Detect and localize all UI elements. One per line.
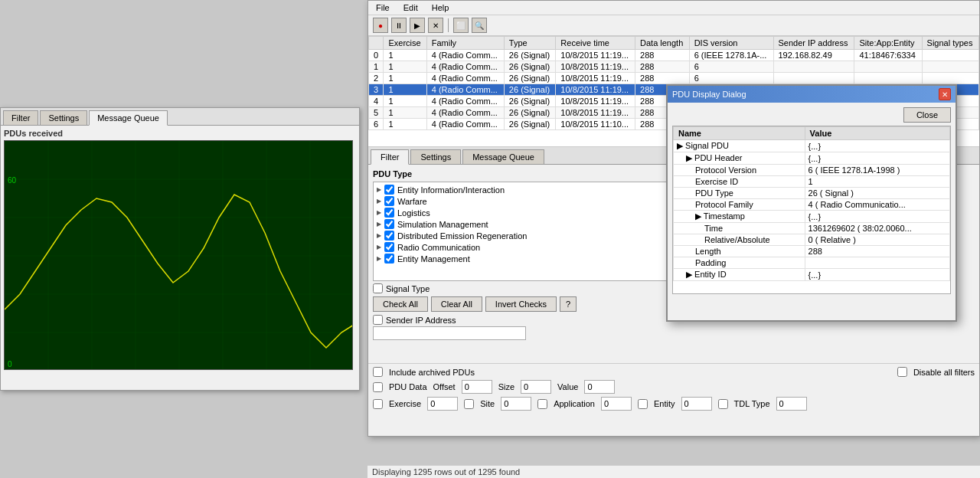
pdu-checkbox[interactable]	[384, 242, 394, 252]
cell-idx: 6	[369, 119, 384, 130]
bottom-tab-filter[interactable]: Filter	[371, 149, 409, 165]
tdl-check[interactable]	[718, 399, 728, 409]
tab-filter[interactable]: Filter	[3, 110, 38, 125]
tree-cell-value: {...}	[805, 269, 949, 281]
tree-row[interactable]: Protocol Family 4 ( Radio Communicatio..…	[674, 199, 950, 211]
col-length: Data length	[635, 37, 690, 50]
tree-row[interactable]: Time 1361269602 ( 38:02.0060...	[674, 223, 950, 234]
pause-btn[interactable]: ⏸	[391, 18, 407, 33]
cell-exercise: 1	[384, 107, 426, 119]
pdu-item-label: Warfare	[397, 197, 427, 206]
tree-row[interactable]: Length 288	[674, 246, 950, 257]
tree-row[interactable]: ▶ Signal PDU {...}	[674, 140, 950, 152]
site-input[interactable]	[501, 397, 531, 411]
stop-btn[interactable]: ✕	[428, 18, 443, 33]
size-input[interactable]	[521, 380, 551, 394]
pdu-checkbox[interactable]	[384, 196, 394, 206]
cell-idx: 0	[369, 50, 384, 61]
play-btn[interactable]: ▶	[410, 18, 425, 33]
cell-sae	[854, 61, 922, 73]
table-row[interactable]: 2 1 4 (Radio Comm... 26 (Signal) 10/8/20…	[369, 73, 979, 84]
entity-check[interactable]	[638, 399, 648, 409]
exercise-check[interactable]	[373, 399, 383, 409]
tab-settings[interactable]: Settings	[40, 110, 87, 125]
bottom-tab-settings[interactable]: Settings	[410, 149, 461, 164]
col-type: Type	[504, 37, 555, 50]
pdu-data-label: PDU Data	[389, 382, 427, 391]
tree-row[interactable]: ▶ Timestamp {...}	[674, 211, 950, 223]
cell-type: 26 (Signal)	[504, 107, 555, 119]
cell-length: 288	[635, 73, 690, 84]
tree-row[interactable]: Relative/Absolute 0 ( Relative )	[674, 234, 950, 246]
entity-input[interactable]	[681, 397, 712, 411]
col-dis: DIS version	[689, 37, 773, 50]
sender-ip-check[interactable]	[373, 315, 383, 325]
pdu-item-label: Distributed Emission Regeneration	[397, 231, 527, 241]
entity-label: Entity	[654, 399, 675, 408]
application-input[interactable]	[601, 397, 632, 411]
tdl-input[interactable]	[776, 397, 807, 411]
dialog-x-button[interactable]: ✕	[939, 88, 951, 100]
pdu-checkbox[interactable]	[384, 219, 394, 229]
dialog-body: Close Name Value ▶ Signal PDU {...} ▶ PD…	[668, 103, 956, 320]
tdl-label: TDL Type	[734, 399, 770, 408]
cell-type: 26 (Signal)	[504, 119, 555, 130]
tree-col-value: Value	[805, 127, 949, 140]
include-archived-label: Include archived PDUs	[389, 368, 475, 377]
sender-ip-input[interactable]	[373, 326, 526, 340]
pdu-checkbox[interactable]	[384, 231, 394, 241]
table-row[interactable]: 1 1 4 (Radio Comm... 26 (Signal) 10/8/20…	[369, 61, 979, 73]
tree-row[interactable]: ▶ Entity ID {...}	[674, 269, 950, 281]
cell-exercise: 1	[384, 119, 426, 130]
cell-time: 10/8/2015 11:19...	[556, 50, 635, 61]
tree-row[interactable]: ▶ PDU Header {...}	[674, 152, 950, 165]
expand-triangle: ▶	[377, 244, 381, 250]
svg-text:0: 0	[8, 360, 12, 368]
pdu-item-label: Logistics	[397, 208, 430, 218]
pdu-checkbox[interactable]	[384, 185, 394, 195]
cell-type: 26 (Signal)	[504, 50, 555, 61]
col-idx	[369, 37, 384, 50]
check-all-btn[interactable]: Check All	[373, 296, 428, 312]
pdu-checkbox[interactable]	[384, 208, 394, 218]
include-archived-check[interactable]	[373, 367, 383, 377]
disable-filters-label: Disable all filters	[913, 368, 975, 377]
value-input[interactable]	[584, 380, 615, 394]
col-family: Family	[426, 37, 504, 50]
tree-cell-value: 6 ( IEEE 1278.1A-1998 )	[805, 165, 949, 176]
dialog-close-btn[interactable]: Close	[903, 107, 951, 123]
disable-filters-check[interactable]	[897, 367, 907, 377]
menu-file[interactable]: File	[373, 2, 393, 13]
application-check[interactable]	[537, 399, 547, 409]
tree-cell-name: Protocol Version	[674, 165, 805, 176]
bottom-tab-msgqueue[interactable]: Message Queue	[462, 149, 544, 164]
tree-cell-name: Time	[674, 223, 805, 234]
value-label: Value	[557, 382, 578, 391]
record-btn[interactable]: ●	[373, 18, 388, 33]
tree-cell-value: 288	[805, 246, 949, 257]
tree-row[interactable]: Padding	[674, 257, 950, 269]
pdu-checkbox[interactable]	[384, 254, 394, 264]
cell-type: 26 (Signal)	[504, 96, 555, 107]
tab-message-queue[interactable]: Message Queue	[89, 110, 168, 126]
help-btn[interactable]: ?	[560, 296, 577, 312]
tree-row[interactable]: Protocol Version 6 ( IEEE 1278.1A-1998 )	[674, 165, 950, 176]
site-check[interactable]	[464, 399, 474, 409]
exercise-input[interactable]	[427, 397, 458, 411]
menu-help[interactable]: Help	[429, 2, 452, 13]
tree-row[interactable]: Exercise ID 1	[674, 176, 950, 188]
cell-sae	[854, 73, 922, 84]
search-btn[interactable]: 🔍	[472, 18, 487, 33]
menu-edit[interactable]: Edit	[400, 2, 421, 13]
pdu-data-check[interactable]	[373, 382, 383, 392]
invert-checks-btn[interactable]: Invert Checks	[485, 296, 557, 312]
view-btn[interactable]: ⬜	[453, 18, 469, 33]
offset-input[interactable]	[462, 380, 492, 394]
tree-row[interactable]: PDU Type 26 ( Signal )	[674, 188, 950, 199]
col-ip: Sender IP address	[773, 37, 854, 50]
clear-all-btn[interactable]: Clear All	[431, 296, 482, 312]
signal-type-check[interactable]	[373, 283, 383, 293]
table-row[interactable]: 0 1 4 (Radio Comm... 26 (Signal) 10/8/20…	[369, 50, 979, 61]
waveform-panel: Filter Settings Message Queue PDUs recei…	[0, 107, 360, 391]
pdu-tree-scroll[interactable]: Name Value ▶ Signal PDU {...} ▶ PDU Head…	[672, 126, 951, 294]
